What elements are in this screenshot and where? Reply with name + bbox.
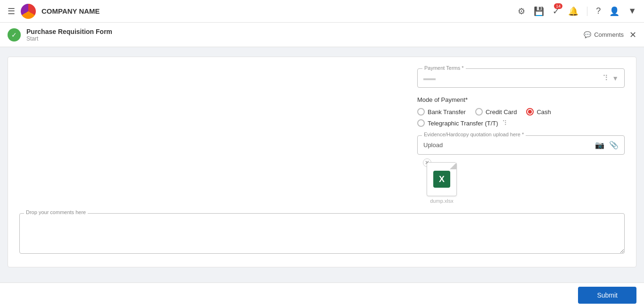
navbar: ☰ COMPANY NAME ⚙ 💾 ✓ 14 🔔 ? 👤 ▼ xyxy=(0,0,644,23)
form-header-left: ✓ Purchase Requisition Form Start xyxy=(8,28,112,42)
main-content: Payment Terms * ▬▬ ⠹ ▼ Mode of Payment* … xyxy=(0,47,644,282)
upload-icons: 📷 📎 xyxy=(595,141,619,149)
brand-logo xyxy=(21,4,36,19)
payment-terms-icons: ⠹ ▼ xyxy=(603,74,619,83)
radio-credit-card[interactable]: Credit Card xyxy=(475,108,517,116)
radio-label-telegraphic: Telegraphic Transfer (T/T) xyxy=(428,120,498,127)
radio-label-credit: Credit Card xyxy=(486,108,517,116)
paperclip-icon[interactable]: 📎 xyxy=(609,141,619,149)
clear-icon[interactable]: ⠹ xyxy=(603,74,608,83)
radio-group-row1: Bank Transfer Credit Card Cash xyxy=(417,108,625,116)
radio-outer-cash xyxy=(526,108,534,116)
badge-count: 14 xyxy=(554,3,562,9)
navbar-right: ⚙ 💾 ✓ 14 🔔 ? 👤 ▼ xyxy=(518,6,636,17)
help-icon[interactable]: ? xyxy=(596,6,601,16)
payment-terms-value: ▬▬ xyxy=(423,75,603,82)
comments-section: Drop your comments here xyxy=(19,213,625,256)
comments-label: Comments xyxy=(594,31,624,38)
mode-of-payment-label: Mode of Payment* xyxy=(417,96,625,103)
clear-radio-icon[interactable]: ⠹ xyxy=(502,119,507,127)
mode-of-payment-section: Mode of Payment* Bank Transfer Credit Ca… xyxy=(417,96,625,127)
radio-telegraphic[interactable]: Telegraphic Transfer (T/T) xyxy=(417,119,498,127)
tasks-icon[interactable]: ✓ 14 xyxy=(553,6,560,17)
form-title: Purchase Requisition Form xyxy=(26,28,112,35)
radio-inner-cash xyxy=(528,110,532,114)
form-subtitle: Start xyxy=(26,35,112,42)
comments-textarea[interactable] xyxy=(19,213,625,254)
evidence-upload-field: Evidence/Hardcopy quotation upload here … xyxy=(417,135,625,155)
file-corner xyxy=(450,163,456,169)
upload-text: Upload xyxy=(423,141,595,149)
comments-field-label: Drop your comments here xyxy=(24,209,88,215)
radio-outer-bank xyxy=(417,108,425,116)
radio-cash[interactable]: Cash xyxy=(526,108,551,116)
bell-icon[interactable]: 🔔 xyxy=(568,6,578,17)
radio-outer-credit xyxy=(475,108,483,116)
radio-label-cash: Cash xyxy=(537,108,551,116)
form-title-block: Purchase Requisition Form Start xyxy=(26,28,112,42)
inbox-icon[interactable]: 💾 xyxy=(534,6,544,17)
user-dropdown-icon[interactable]: ▼ xyxy=(628,6,636,16)
form-header-right: 💬 Comments ✕ xyxy=(584,30,636,40)
payment-terms-field[interactable]: Payment Terms * ▬▬ ⠹ ▼ xyxy=(417,68,625,88)
navbar-left: ☰ COMPANY NAME xyxy=(8,4,100,19)
camera-icon[interactable]: 📷 xyxy=(595,141,604,149)
radio-outer-telegraphic xyxy=(417,119,425,127)
attached-file-item: ✕ X dump.xlsx xyxy=(427,162,457,204)
status-circle: ✓ xyxy=(8,28,21,41)
radio-bank-transfer[interactable]: Bank Transfer xyxy=(417,108,466,116)
upload-wrapper[interactable]: Upload 📷 📎 xyxy=(417,135,625,155)
form-header: ✓ Purchase Requisition Form Start 💬 Comm… xyxy=(0,23,644,47)
brand-name: COMPANY NAME xyxy=(41,7,100,15)
comment-icon: 💬 xyxy=(584,31,591,38)
evidence-label: Evidence/Hardcopy quotation upload here … xyxy=(422,132,526,137)
comments-button[interactable]: 💬 Comments xyxy=(584,31,624,38)
radio-label-bank: Bank Transfer xyxy=(428,108,466,116)
submit-button[interactable]: Submit xyxy=(578,287,636,304)
form-card: Payment Terms * ▬▬ ⠹ ▼ Mode of Payment* … xyxy=(8,57,636,267)
settings-icon[interactable]: ⚙ xyxy=(518,6,525,17)
hamburger-icon[interactable]: ☰ xyxy=(8,6,15,17)
file-name: dump.xlsx xyxy=(430,198,454,204)
bottom-bar: Submit xyxy=(0,282,644,307)
payment-terms-container: Payment Terms * ▬▬ ⠹ ▼ xyxy=(417,68,625,88)
excel-icon: X xyxy=(433,171,450,188)
file-card: X xyxy=(427,162,457,196)
user-icon[interactable]: 👤 xyxy=(609,6,619,17)
form-right-section: Payment Terms * ▬▬ ⠹ ▼ Mode of Payment* … xyxy=(417,68,625,207)
nav-divider xyxy=(587,7,587,16)
dropdown-icon[interactable]: ▼ xyxy=(612,75,619,82)
payment-terms-label: Payment Terms * xyxy=(422,65,466,71)
attached-files-area: ✕ X dump.xlsx xyxy=(417,162,625,207)
close-button[interactable]: ✕ xyxy=(629,30,636,40)
radio-group-row2: Telegraphic Transfer (T/T) ⠹ xyxy=(417,119,625,127)
